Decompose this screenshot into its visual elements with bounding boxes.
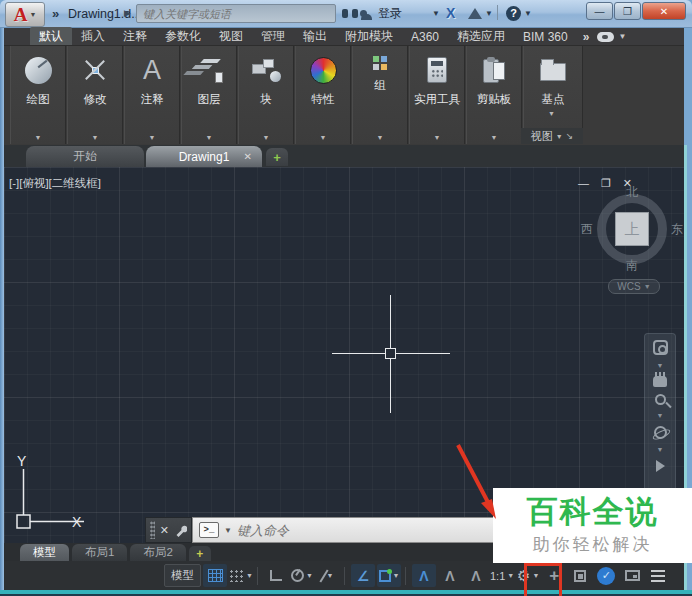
chevron-down-icon[interactable]: ▼ [263, 134, 270, 141]
close-tab-icon[interactable]: ✕ [244, 151, 252, 162]
app-store-button[interactable]: ▼ [468, 5, 493, 21]
help-search-box[interactable] [136, 4, 336, 23]
customization-menu-button[interactable] [646, 564, 670, 587]
command-prompt-icon[interactable]: >_ [199, 522, 219, 538]
ribbon-toggle-dropdown-icon[interactable]: ▼ [618, 32, 626, 41]
showmotion-button[interactable] [656, 460, 665, 472]
search-input[interactable] [143, 8, 329, 20]
hardware-acceleration-button[interactable]: ✓ [594, 564, 618, 587]
command-line-grip[interactable]: ✕ [145, 517, 192, 543]
chevron-down-icon[interactable]: ▼ [149, 134, 156, 141]
chevron-down-icon[interactable]: ▼ [657, 362, 664, 369]
chevron-down-icon[interactable]: ▼ [507, 572, 514, 579]
file-tab-drawing1[interactable]: Drawing1 ✕ [146, 146, 262, 167]
annotation-scale-button[interactable]: 1:1 ▼ [490, 564, 514, 587]
grid-display-toggle[interactable] [203, 564, 227, 587]
isolate-objects-button[interactable] [568, 564, 592, 587]
chevron-down-icon[interactable]: ▼ [35, 134, 42, 141]
tab-overflow-icon[interactable]: » [583, 30, 590, 44]
panel-modify[interactable]: 修改 ▼ [67, 46, 123, 144]
quick-access-expand-icon[interactable]: » [52, 6, 59, 21]
viewcube-top-face[interactable]: 上 [615, 212, 649, 246]
viewport-controls[interactable]: [-][俯视][二维线框] [9, 176, 101, 191]
panel-block[interactable]: 块 ▼ [238, 46, 294, 144]
panel-annotate[interactable]: A 注释 ▼ [124, 46, 180, 144]
model-space-toggle[interactable]: 模型 [164, 564, 201, 587]
chevron-down-icon[interactable]: ▼ [377, 134, 384, 141]
chevron-down-icon[interactable]: ▼ [532, 572, 539, 579]
annotation-monitor-toggle[interactable]: + [542, 564, 566, 587]
ribbon-tab-a360[interactable]: A360 [402, 29, 448, 45]
panel-properties[interactable]: 特性 ▼ [295, 46, 351, 144]
object-snap-toggle[interactable]: ▼ [377, 564, 401, 587]
viewcube[interactable]: 上 北 南 西 东 [594, 191, 670, 267]
wrench-icon[interactable] [174, 524, 187, 537]
search-icon[interactable] [342, 5, 358, 21]
layout-tab-layout1[interactable]: 布局1 [72, 544, 127, 561]
recent-commands-dropdown-icon[interactable]: ▼ [224, 526, 232, 535]
minimize-button[interactable]: — [586, 2, 613, 20]
workspace-switching-button[interactable]: ⚙ ▼ [516, 564, 540, 587]
close-icon[interactable]: ✕ [160, 524, 169, 537]
pan-button[interactable] [653, 376, 667, 387]
snap-mode-toggle[interactable]: ▼ [229, 564, 253, 587]
application-menu-button[interactable]: A ▼ [5, 2, 45, 27]
polar-tracking-toggle[interactable]: ▼ [290, 564, 314, 587]
drawing-restore-icon[interactable]: ❐ [601, 177, 611, 190]
chevron-down-icon[interactable]: ▼ [320, 134, 327, 141]
orbit-button[interactable] [654, 426, 667, 439]
chevron-down-icon[interactable]: ▼ [206, 134, 213, 141]
chevron-down-icon[interactable]: ▼ [246, 572, 253, 579]
ribbon-tab-annotate[interactable]: 注释 [114, 27, 156, 46]
ribbon-tab-addins[interactable]: 附加模块 [336, 27, 402, 46]
chevron-down-icon[interactable]: ▼ [306, 572, 313, 579]
drawing-minimize-icon[interactable]: — [578, 177, 589, 190]
chevron-down-icon[interactable]: ▼ [548, 110, 555, 117]
signin-dropdown-icon[interactable]: ▼ [432, 5, 440, 21]
zoom-button[interactable] [655, 394, 666, 405]
panel-utilities[interactable]: 实用工具 ▼ [409, 46, 465, 144]
layout-tab-model[interactable]: 模型 [20, 544, 69, 561]
chevron-down-icon[interactable]: ▼ [491, 134, 498, 141]
ribbon-display-toggle[interactable] [597, 32, 614, 42]
view-panel-title[interactable]: 视图 ▼ ↘ [521, 128, 583, 144]
ribbon-tab-home[interactable]: 默认 [30, 27, 72, 46]
wcs-dropdown[interactable]: WCS ▼ [608, 279, 660, 294]
new-layout-button[interactable]: + [189, 546, 211, 561]
ribbon-tab-parametric[interactable]: 参数化 [156, 27, 210, 46]
panel-layers[interactable]: 图层 ▼ [181, 46, 237, 144]
layout-tab-layout2[interactable]: 布局2 [130, 544, 185, 561]
panel-groups[interactable]: 组 ▼ [352, 46, 408, 144]
chevron-down-icon[interactable]: ▼ [327, 572, 334, 579]
panel-clipboard[interactable]: 剪贴板 ▼ [466, 46, 522, 144]
annotation-autoscale-toggle[interactable]: Λ [438, 564, 462, 587]
chevron-down-icon[interactable]: ▼ [657, 446, 664, 453]
panel-launcher-icon[interactable]: ↘ [566, 131, 574, 141]
chevron-down-icon[interactable]: ▼ [434, 134, 441, 141]
flyout-arrow-icon[interactable]: ▶ [124, 8, 131, 18]
navigation-wheel-button[interactable] [653, 340, 668, 355]
ribbon-tab-bim360[interactable]: BIM 360 [514, 29, 577, 45]
clean-screen-button[interactable] [620, 564, 644, 587]
chevron-down-icon[interactable]: ▼ [657, 412, 664, 419]
ribbon-tab-featured-apps[interactable]: 精选应用 [448, 27, 514, 46]
new-drawing-tab-button[interactable]: + [266, 148, 288, 166]
drag-handle-icon[interactable] [150, 521, 155, 539]
ortho-mode-toggle[interactable] [264, 564, 288, 587]
viewcube-west[interactable]: 西 [581, 221, 593, 238]
ribbon-tab-insert[interactable]: 插入 [72, 27, 114, 46]
viewcube-south[interactable]: 南 [626, 257, 638, 274]
help-button[interactable]: ? ▼ [506, 5, 532, 21]
viewcube-north[interactable]: 北 [626, 184, 638, 201]
viewcube-east[interactable]: 东 [671, 221, 683, 238]
signin-button[interactable]: 登录 [360, 5, 402, 21]
isometric-drafting-toggle[interactable]: ▼ [316, 564, 340, 587]
drawing-viewport[interactable]: [-][俯视][二维线框] — ❐ ✕ 上 北 南 西 东 WCS ▼ ▼ ▼ … [4, 167, 684, 543]
ribbon-tab-view[interactable]: 视图 [210, 27, 252, 46]
file-tab-start[interactable]: 开始 [26, 146, 144, 167]
panel-draw[interactable]: 绘图 ▼ [10, 46, 66, 144]
annotation-scale-sync-toggle[interactable]: Λ [464, 564, 488, 587]
maximize-button[interactable]: ❐ [614, 2, 641, 20]
object-snap-tracking-toggle[interactable]: ∠ [351, 564, 375, 587]
ribbon-tab-output[interactable]: 输出 [294, 27, 336, 46]
